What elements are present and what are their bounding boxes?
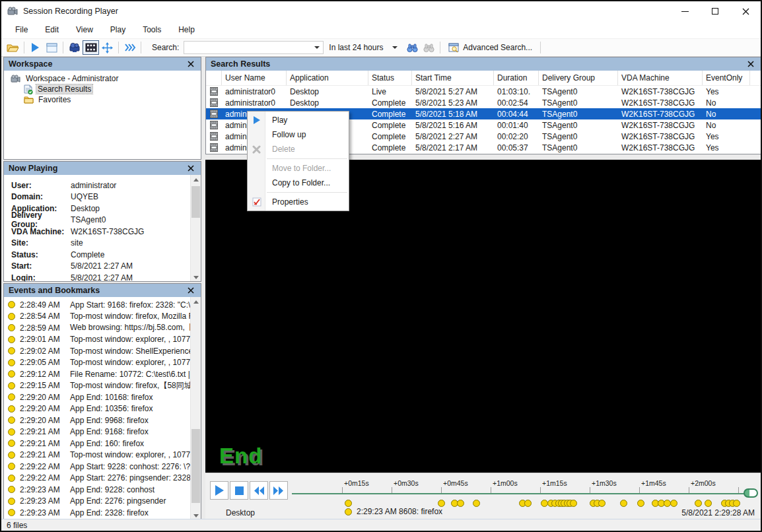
timeline-seek-bar[interactable]: [292, 493, 754, 494]
menu-item-file[interactable]: File: [7, 22, 36, 37]
column-header-icon[interactable]: [206, 71, 222, 85]
menu-item-play[interactable]: Play: [102, 22, 134, 37]
column-header-vda-machine[interactable]: VDA Machine: [618, 71, 703, 85]
timeline-event-marker[interactable]: [637, 500, 644, 507]
event-marker-icon: [8, 324, 15, 331]
now-playing-field: Site: site: [4, 238, 201, 249]
search-input[interactable]: [184, 41, 324, 54]
timeline-event-marker[interactable]: [473, 500, 480, 507]
timeline-event-marker[interactable]: [733, 500, 740, 507]
scroll-up-button[interactable]: [191, 175, 201, 185]
event-row[interactable]: 2:29:01 AM Top-most window: explorer, , …: [4, 334, 191, 346]
advanced-search-button[interactable]: Advanced Search...: [443, 40, 537, 55]
timeline-tick-label: +1m30s: [592, 479, 617, 487]
timeline-event-marker[interactable]: [620, 500, 627, 507]
cell-application: Desktop: [287, 98, 368, 108]
event-row[interactable]: 2:29:20 AM App End: 10356: firefox: [4, 403, 191, 415]
menu-item-tools[interactable]: Tools: [134, 22, 170, 37]
column-header-application[interactable]: Application: [287, 71, 368, 85]
pan-button[interactable]: [99, 40, 116, 55]
events-panel-title: Events and Bookmarks: [9, 286, 100, 295]
event-row[interactable]: 2:28:59 AM Web browsing: https://bj.58.c…: [4, 322, 191, 334]
event-marker-icon: [8, 382, 15, 389]
search-go-button[interactable]: [404, 40, 421, 55]
event-row[interactable]: 2:29:02 AM Top-most window: ShellExperie…: [4, 345, 191, 357]
maximize-button[interactable]: [700, 1, 730, 21]
time-filter-select[interactable]: In last 24 hours: [324, 41, 404, 54]
column-header-status[interactable]: Status: [368, 71, 412, 85]
more-tools-button[interactable]: [121, 40, 138, 55]
menu-item-view[interactable]: View: [67, 22, 102, 37]
timeline-event-marker[interactable]: [598, 500, 606, 507]
projector-view-button[interactable]: [66, 40, 83, 55]
timeline-event-marker[interactable]: [524, 500, 532, 507]
now-playing-field: Domain: UQYEB: [4, 191, 201, 203]
tree-item-search-results[interactable]: Search Results: [4, 84, 201, 94]
play-button[interactable]: [27, 40, 44, 55]
playback-fast-forward-button[interactable]: [269, 481, 288, 500]
close-button[interactable]: [730, 1, 761, 21]
event-marker-icon: [8, 405, 15, 413]
event-row[interactable]: 2:29:21 AM App End: 9168: firefox: [4, 426, 191, 438]
timeline-slider-handle[interactable]: [744, 488, 758, 498]
context-menu-item-play[interactable]: Play: [248, 113, 349, 127]
event-row[interactable]: 2:29:23 AM App End: 2276: pingsender: [4, 496, 191, 508]
menu-item-edit[interactable]: Edit: [36, 22, 67, 37]
workspace-close-button[interactable]: [186, 59, 196, 69]
close-icon: [188, 287, 194, 294]
column-header-eventonly[interactable]: EventOnly: [703, 71, 750, 85]
search-dropdown-arrow-icon[interactable]: [314, 46, 320, 49]
event-row[interactable]: 2:28:54 AM Top-most window: firefox, Moz…: [4, 311, 191, 323]
playback-rewind-button[interactable]: [250, 481, 268, 500]
event-row[interactable]: 2:29:12 AM File Rename: 10772: C:\test\6…: [4, 368, 191, 380]
minimize-button[interactable]: [670, 1, 700, 21]
timeline-event-marker[interactable]: [670, 500, 677, 507]
recording-row[interactable]: administrator0 Desktop Complete 5/8/2021…: [206, 97, 761, 108]
timeline-event-marker[interactable]: [570, 500, 577, 507]
event-row[interactable]: 2:29:23 AM App End: 2328: firefox: [4, 507, 191, 519]
context-menu-item-copy-to-folder-[interactable]: Copy to Folder...: [248, 176, 349, 190]
filmstrip-view-button[interactable]: [83, 40, 99, 55]
timeline-event-marker[interactable]: [345, 500, 352, 507]
scrollbar-thumb[interactable]: [191, 429, 200, 503]
scrollbar-thumb[interactable]: [191, 186, 200, 218]
event-row[interactable]: 2:29:15 AM Top-most window: firefox,【58同…: [4, 380, 191, 392]
recording-row[interactable]: administrator0 Desktop Live 5/8/2021 5:2…: [206, 86, 761, 97]
menu-item-help[interactable]: Help: [170, 22, 203, 37]
timeline-event-marker[interactable]: [695, 500, 702, 507]
field-label: Status:: [11, 250, 71, 259]
context-menu-item-follow-up[interactable]: Follow up: [248, 127, 349, 142]
scroll-down-button[interactable]: [191, 273, 201, 282]
events-scrollbar[interactable]: [190, 297, 201, 520]
event-row[interactable]: 2:29:05 AM Top-most window: explorer, , …: [4, 357, 191, 369]
open-file-button[interactable]: [5, 40, 21, 55]
playback-play-button[interactable]: [210, 481, 228, 500]
column-header-start-time[interactable]: Start Time: [412, 71, 494, 85]
timeline-event-marker[interactable]: [438, 500, 445, 507]
now-playing-scrollbar[interactable]: [190, 175, 201, 282]
player-window-button[interactable]: [44, 40, 60, 55]
event-row[interactable]: 2:29:20 AM App End: 9968: firefox: [4, 415, 191, 426]
event-row[interactable]: 2:28:49 AM App Start: 9168: firefox: 232…: [4, 299, 191, 311]
column-header-duration[interactable]: Duration: [494, 71, 539, 85]
tree-item-favorites[interactable]: Favorites: [4, 94, 201, 105]
event-row[interactable]: 2:29:21 AM App End: 160: firefox: [4, 438, 191, 449]
search-stop-button[interactable]: [421, 40, 437, 55]
timeline-event-marker[interactable]: [457, 500, 464, 507]
column-header-delivery-group[interactable]: Delivery Group: [539, 71, 618, 85]
events-close-button[interactable]: [186, 285, 196, 296]
column-header-user-name[interactable]: User Name: [222, 71, 287, 85]
event-row[interactable]: 2:29:23 AM App End: 9228: conhost: [4, 484, 191, 496]
timeline-event-marker[interactable]: [705, 500, 712, 507]
event-row[interactable]: 2:29:20 AM App End: 10168: firefox: [4, 391, 191, 403]
context-menu-item-properties[interactable]: Properties: [248, 195, 349, 209]
now-playing-close-button[interactable]: [186, 163, 196, 174]
now-playing-field: Login: 5/8/2021 2:27 AM: [4, 272, 201, 282]
tree-item-workspace-administrator[interactable]: Workspace - Administrator: [4, 73, 201, 84]
scroll-up-button[interactable]: [191, 297, 201, 307]
playback-stop-button[interactable]: [230, 481, 248, 500]
search-results-close-button[interactable]: [745, 59, 756, 69]
event-row[interactable]: 2:29:22 AM App Start: 2276: pingsender: …: [4, 473, 191, 484]
event-row[interactable]: 2:29:21 AM Top-most window: explorer, , …: [4, 449, 191, 461]
event-row[interactable]: 2:29:22 AM App Start: 9228: conhost: 227…: [4, 461, 191, 473]
